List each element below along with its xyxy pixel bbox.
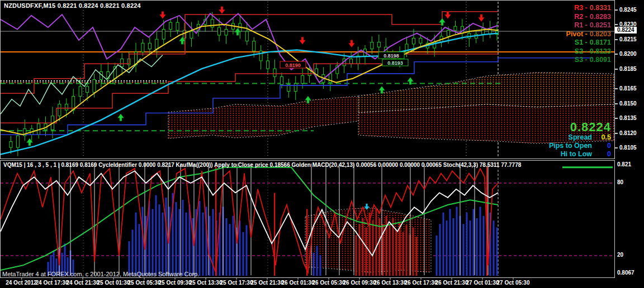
copyright-text: MetaTrader 4 at FOREX.com, c 2001-2012, … <box>2 271 199 277</box>
mt4-chart-window: 0.81980.81930.8190 NZDUSDFXF,M15 0.8221 … <box>0 0 644 288</box>
indicator-price-axis: 0.82180200.8067 <box>615 160 644 278</box>
time-label: 26 Oct 09:30 <box>343 280 376 286</box>
pips-row: Pips to Open0 <box>549 142 611 150</box>
time-label: 26 Oct 01:30 <box>282 280 315 286</box>
time-label: 24 Oct 2012 <box>6 280 37 286</box>
pivot-row-s1: S1 -0.8171 <box>566 39 611 47</box>
time-label: 25 Oct 05:30 <box>128 280 161 286</box>
time-axis[interactable]: 24 Oct 2012 24 Oct 17:30 24 Oct 21:30 25… <box>0 278 644 288</box>
pivot-label: S3 - <box>575 56 588 64</box>
time-label: 26 Oct 17:30 <box>405 280 438 286</box>
price-tick: 0.8120 <box>615 130 637 136</box>
indicator-tick: 0.8067 <box>617 270 634 276</box>
price-tick: 0.8135 <box>615 115 637 121</box>
pivot-value: 0.8331 <box>590 4 611 12</box>
pivot-row-pivot: Pivot -0.8203 <box>566 30 611 39</box>
svg-text:0.8193: 0.8193 <box>387 60 403 66</box>
indicator-tick: 80 <box>617 179 623 185</box>
spread-value: 0.5 <box>592 133 611 142</box>
price-tick: 0.8105 <box>615 145 637 151</box>
indicator-canvas[interactable] <box>1 161 614 277</box>
current-price-tag: 0.8224 <box>615 27 637 33</box>
price-tick: 0.8200 <box>615 51 637 57</box>
hilo-row: Hi to Low0 <box>549 150 611 159</box>
pivot-row-r3: R3 -0.8331 <box>566 4 611 13</box>
indicator-panel[interactable]: VQM15 | 16 , 3 , 5 , 1 | 0.8169 0.8169 C… <box>0 160 615 278</box>
quote-info: 0.8224 Spread0.5 Pips to Open0 Hi to Low… <box>549 121 611 159</box>
pivot-label: R1 - <box>574 21 588 29</box>
price-tick: 0.8185 <box>615 66 637 72</box>
time-label: 25 Oct 09:30 <box>159 280 192 286</box>
pivot-value: 0.8251 <box>590 21 611 29</box>
price-tick: 0.8165 <box>615 85 637 92</box>
pivot-value: 0.8091 <box>590 56 611 64</box>
pivot-value: 0.8171 <box>590 39 611 46</box>
pivot-value: 0.8283 <box>590 13 611 21</box>
time-label: 25 Oct 01:30 <box>97 280 130 286</box>
spread-label: Spread <box>569 133 592 142</box>
pivot-value: 0.8123 <box>590 47 611 55</box>
pivot-label: Pivot - <box>566 30 588 38</box>
pivot-row-s2: S2 -0.8123 <box>566 47 611 56</box>
time-label: 26 Oct 13:30 <box>374 280 407 286</box>
time-label: 26 Oct 21:30 <box>435 280 468 286</box>
time-label: 24 Oct 17:30 <box>36 280 69 286</box>
current-price: 0.8224 <box>549 121 611 133</box>
time-label: 25 Oct 13:30 <box>190 280 222 286</box>
pivot-label: R2 - <box>574 13 588 21</box>
pivot-row-r2: R2 -0.8283 <box>566 13 611 22</box>
hilo-label: Hi to Low <box>561 150 592 159</box>
time-label: 25 Oct 17:30 <box>220 280 253 286</box>
time-label: 26 Oct 05:30 <box>312 280 345 286</box>
pips-label: Pips to Open <box>549 142 592 150</box>
chart-title: NZDUSDFXF,M15 0.8221 0.8224 0.8221 0.822… <box>4 2 141 9</box>
time-label: 24 Oct 21:30 <box>67 280 100 286</box>
spread-row: Spread0.5 <box>549 133 611 142</box>
main-chart-canvas[interactable]: 0.81980.81930.8190 <box>1 1 614 159</box>
pips-value: 0 <box>592 142 611 150</box>
svg-text:0.8198: 0.8198 <box>383 53 399 59</box>
time-label: 25 Oct 21:30 <box>251 280 284 286</box>
pivot-label: R3 - <box>574 4 588 12</box>
pivot-label: S1 - <box>575 39 588 46</box>
svg-text:0.8190: 0.8190 <box>285 63 301 68</box>
indicator-title: VQM15 | 16 , 3 , 5 , 1 | 0.8169 0.8169 C… <box>3 162 521 168</box>
time-label: 27 Oct 01:30 <box>466 280 499 286</box>
time-label: 27 Oct 05:30 <box>497 280 530 286</box>
main-chart-panel[interactable]: 0.81980.81930.8190 NZDUSDFXF,M15 0.8221 … <box>0 0 615 159</box>
pivot-row-s3: S3 -0.8091 <box>566 56 611 65</box>
price-tick: 0.8150 <box>615 100 637 107</box>
hilo-value: 0 <box>592 150 611 159</box>
pivot-levels: R3 -0.8331 R2 -0.8283 R1 -0.8251 Pivot -… <box>566 4 611 65</box>
price-tick: 0.8245 <box>615 7 637 13</box>
pivot-row-r1: R1 -0.8251 <box>566 21 611 30</box>
main-price-axis: 0.8224 0.82450.82300.82150.82000.81850.8… <box>615 0 644 159</box>
price-tick: 0.8215 <box>615 36 637 42</box>
pivot-label: S2 - <box>575 47 588 55</box>
pivot-value: 0.8203 <box>590 30 611 38</box>
indicator-tick: 0.821 <box>617 161 631 167</box>
indicator-tick: 20 <box>617 252 623 258</box>
